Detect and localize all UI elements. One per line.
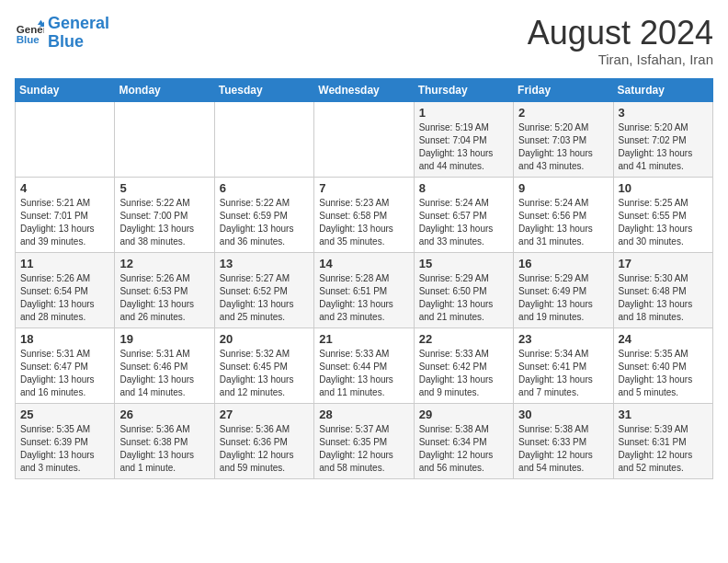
calendar-cell: 7Sunrise: 5:23 AM Sunset: 6:58 PM Daylig… (314, 177, 414, 252)
logo-icon: General Blue (15, 18, 44, 48)
day-number: 30 (518, 408, 608, 421)
calendar-cell: 3Sunrise: 5:20 AM Sunset: 7:02 PM Daylig… (613, 101, 712, 177)
day-info: Sunrise: 5:36 AM Sunset: 6:36 PM Dayligh… (220, 423, 309, 475)
calendar-week-row: 1Sunrise: 5:19 AM Sunset: 7:04 PM Daylig… (16, 101, 713, 177)
weekday-header: Tuesday (214, 78, 313, 101)
day-number: 1 (419, 106, 508, 120)
calendar-cell (214, 101, 313, 177)
calendar-cell: 31Sunrise: 5:39 AM Sunset: 6:31 PM Dayli… (613, 403, 712, 478)
day-info: Sunrise: 5:20 AM Sunset: 7:02 PM Dayligh… (619, 121, 708, 173)
calendar-cell: 22Sunrise: 5:33 AM Sunset: 6:42 PM Dayli… (414, 327, 513, 403)
title-block: August 2024 Tiran, Isfahan, Iran (528, 15, 713, 67)
calendar-subtitle: Tiran, Isfahan, Iran (528, 52, 713, 67)
day-info: Sunrise: 5:37 AM Sunset: 6:35 PM Dayligh… (319, 423, 408, 475)
calendar-cell: 13Sunrise: 5:27 AM Sunset: 6:52 PM Dayli… (214, 252, 313, 327)
calendar-week-row: 18Sunrise: 5:31 AM Sunset: 6:47 PM Dayli… (16, 327, 713, 403)
day-info: Sunrise: 5:26 AM Sunset: 6:53 PM Dayligh… (119, 272, 209, 324)
day-number: 25 (20, 408, 109, 421)
weekday-header: Wednesday (314, 78, 414, 101)
day-info: Sunrise: 5:32 AM Sunset: 6:45 PM Dayligh… (220, 348, 309, 399)
day-info: Sunrise: 5:31 AM Sunset: 6:47 PM Dayligh… (20, 348, 109, 399)
calendar-week-row: 25Sunrise: 5:35 AM Sunset: 6:39 PM Dayli… (16, 403, 713, 478)
day-info: Sunrise: 5:24 AM Sunset: 6:56 PM Dayligh… (518, 197, 608, 248)
day-info: Sunrise: 5:27 AM Sunset: 6:52 PM Dayligh… (220, 272, 309, 324)
day-info: Sunrise: 5:26 AM Sunset: 6:54 PM Dayligh… (20, 272, 109, 324)
calendar-cell: 18Sunrise: 5:31 AM Sunset: 6:47 PM Dayli… (16, 327, 115, 403)
day-info: Sunrise: 5:39 AM Sunset: 6:31 PM Dayligh… (619, 423, 708, 475)
day-info: Sunrise: 5:22 AM Sunset: 7:00 PM Dayligh… (119, 197, 209, 248)
day-number: 15 (419, 257, 508, 270)
day-number: 16 (518, 257, 608, 270)
calendar-week-row: 11Sunrise: 5:26 AM Sunset: 6:54 PM Dayli… (16, 252, 713, 327)
day-number: 8 (419, 181, 508, 195)
day-info: Sunrise: 5:30 AM Sunset: 6:48 PM Dayligh… (619, 272, 708, 324)
day-info: Sunrise: 5:31 AM Sunset: 6:46 PM Dayligh… (119, 348, 209, 399)
day-number: 31 (619, 408, 708, 421)
calendar-title: August 2024 (528, 15, 713, 52)
day-number: 27 (220, 408, 309, 421)
calendar-cell (16, 101, 115, 177)
calendar-cell: 30Sunrise: 5:38 AM Sunset: 6:33 PM Dayli… (514, 403, 613, 478)
day-info: Sunrise: 5:35 AM Sunset: 6:40 PM Dayligh… (619, 348, 708, 399)
day-info: Sunrise: 5:21 AM Sunset: 7:01 PM Dayligh… (20, 197, 109, 248)
calendar-cell: 19Sunrise: 5:31 AM Sunset: 6:46 PM Dayli… (115, 327, 214, 403)
day-info: Sunrise: 5:33 AM Sunset: 6:44 PM Dayligh… (319, 348, 408, 399)
calendar-cell: 1Sunrise: 5:19 AM Sunset: 7:04 PM Daylig… (414, 101, 513, 177)
day-info: Sunrise: 5:28 AM Sunset: 6:51 PM Dayligh… (319, 272, 408, 324)
day-info: Sunrise: 5:35 AM Sunset: 6:39 PM Dayligh… (20, 423, 109, 475)
day-number: 28 (319, 408, 408, 421)
day-info: Sunrise: 5:34 AM Sunset: 6:41 PM Dayligh… (518, 348, 608, 399)
day-info: Sunrise: 5:20 AM Sunset: 7:03 PM Dayligh… (518, 121, 608, 173)
calendar-header: General Blue General Blue August 2024 Ti… (15, 15, 713, 67)
day-number: 17 (619, 257, 708, 270)
calendar-cell (115, 101, 214, 177)
day-info: Sunrise: 5:24 AM Sunset: 6:57 PM Dayligh… (419, 197, 508, 248)
calendar-cell: 2Sunrise: 5:20 AM Sunset: 7:03 PM Daylig… (514, 101, 613, 177)
day-number: 29 (419, 408, 508, 421)
calendar-cell: 11Sunrise: 5:26 AM Sunset: 6:54 PM Dayli… (16, 252, 115, 327)
calendar-cell: 12Sunrise: 5:26 AM Sunset: 6:53 PM Dayli… (115, 252, 214, 327)
day-number: 7 (319, 181, 408, 195)
day-info: Sunrise: 5:23 AM Sunset: 6:58 PM Dayligh… (319, 197, 408, 248)
calendar-cell (314, 101, 414, 177)
calendar-cell: 9Sunrise: 5:24 AM Sunset: 6:56 PM Daylig… (514, 177, 613, 252)
calendar-cell: 21Sunrise: 5:33 AM Sunset: 6:44 PM Dayli… (314, 327, 414, 403)
calendar-cell: 28Sunrise: 5:37 AM Sunset: 6:35 PM Dayli… (314, 403, 414, 478)
day-info: Sunrise: 5:38 AM Sunset: 6:33 PM Dayligh… (518, 423, 608, 475)
logo-text: General (48, 15, 109, 33)
day-info: Sunrise: 5:29 AM Sunset: 6:50 PM Dayligh… (419, 272, 508, 324)
day-number: 13 (220, 257, 309, 270)
day-info: Sunrise: 5:22 AM Sunset: 6:59 PM Dayligh… (220, 197, 309, 248)
day-number: 22 (419, 332, 508, 346)
day-number: 20 (220, 332, 309, 346)
weekday-header: Friday (514, 78, 613, 101)
calendar-cell: 5Sunrise: 5:22 AM Sunset: 7:00 PM Daylig… (115, 177, 214, 252)
calendar-cell: 26Sunrise: 5:36 AM Sunset: 6:38 PM Dayli… (115, 403, 214, 478)
calendar-cell: 6Sunrise: 5:22 AM Sunset: 6:59 PM Daylig… (214, 177, 313, 252)
calendar-cell: 14Sunrise: 5:28 AM Sunset: 6:51 PM Dayli… (314, 252, 414, 327)
day-number: 9 (518, 181, 608, 195)
day-number: 21 (319, 332, 408, 346)
day-number: 5 (119, 181, 209, 195)
weekday-header: Thursday (414, 78, 513, 101)
day-number: 18 (20, 332, 109, 346)
calendar-cell: 23Sunrise: 5:34 AM Sunset: 6:41 PM Dayli… (514, 327, 613, 403)
day-info: Sunrise: 5:19 AM Sunset: 7:04 PM Dayligh… (419, 121, 508, 173)
weekday-header: Saturday (613, 78, 712, 101)
day-number: 4 (20, 181, 109, 195)
calendar-cell: 4Sunrise: 5:21 AM Sunset: 7:01 PM Daylig… (16, 177, 115, 252)
weekday-header: Sunday (16, 78, 115, 101)
day-number: 11 (20, 257, 109, 270)
calendar-cell: 27Sunrise: 5:36 AM Sunset: 6:36 PM Dayli… (214, 403, 313, 478)
day-number: 10 (619, 181, 708, 195)
day-info: Sunrise: 5:29 AM Sunset: 6:49 PM Dayligh… (518, 272, 608, 324)
svg-text:Blue: Blue (17, 33, 40, 44)
day-info: Sunrise: 5:33 AM Sunset: 6:42 PM Dayligh… (419, 348, 508, 399)
day-info: Sunrise: 5:36 AM Sunset: 6:38 PM Dayligh… (119, 423, 209, 475)
calendar-table: SundayMondayTuesdayWednesdayThursdayFrid… (15, 78, 713, 479)
calendar-cell: 25Sunrise: 5:35 AM Sunset: 6:39 PM Dayli… (16, 403, 115, 478)
logo-text2: Blue (48, 33, 109, 52)
day-number: 3 (619, 106, 708, 120)
calendar-cell: 15Sunrise: 5:29 AM Sunset: 6:50 PM Dayli… (414, 252, 513, 327)
day-info: Sunrise: 5:25 AM Sunset: 6:55 PM Dayligh… (619, 197, 708, 248)
